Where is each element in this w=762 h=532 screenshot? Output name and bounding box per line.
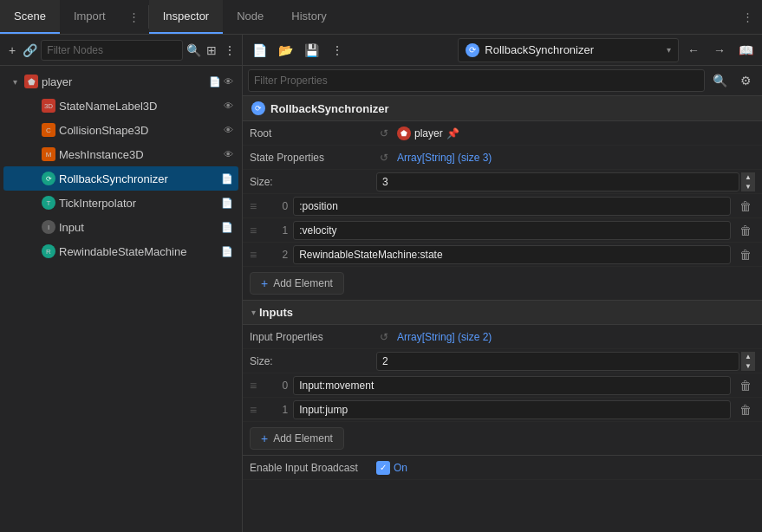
tab-history[interactable]: History: [277, 0, 340, 34]
tree-item-meshinstance3d[interactable]: M MeshInstance3D 👁: [3, 142, 238, 166]
player-eye-badge[interactable]: 👁: [224, 76, 233, 88]
input-delete-0[interactable]: 🗑: [736, 376, 755, 395]
state-properties-size-label: Size:: [250, 176, 371, 188]
root-value: ⬟ player 📌: [397, 127, 755, 140]
tree-item-tickinterpolator[interactable]: T TickInterpolator 📄: [3, 191, 238, 215]
root-label: Root: [250, 127, 371, 139]
root-prop-row: Root ↺ ⬟ player 📌: [243, 121, 762, 146]
statenamelabel3d-name: StateNameLabel3D: [59, 100, 220, 113]
tab-scene[interactable]: Scene: [0, 0, 60, 34]
input-properties-row: Input Properties ↺ Array[String] (size 2…: [243, 325, 762, 349]
tree-item-input[interactable]: I Input 📄: [3, 215, 238, 239]
input-icon: I: [42, 220, 55, 234]
enable-input-broadcast-checkbox[interactable]: ✓: [376, 461, 390, 475]
root-player-icon: ⬟: [397, 127, 411, 140]
state-value-2[interactable]: [293, 245, 731, 264]
filter-nodes-input[interactable]: [41, 40, 183, 61]
state-add-element-label: Add Element: [273, 277, 333, 289]
state-size-input[interactable]: 3: [376, 172, 739, 191]
tickinterpolator-script-badge: 📄: [221, 198, 233, 209]
nav-forward-button[interactable]: →: [708, 39, 731, 62]
tickinterpolator-name: TickInterpolator: [59, 197, 218, 210]
input-properties-reset[interactable]: ↺: [376, 329, 392, 345]
tab-import[interactable]: Import: [60, 0, 120, 34]
nav-back-button[interactable]: ←: [682, 39, 705, 62]
state-handle-0[interactable]: ≡: [250, 199, 257, 213]
state-item-0: ≡ 0 🗑: [243, 194, 762, 218]
input-delete-1[interactable]: 🗑: [736, 400, 755, 419]
filter-properties-input[interactable]: [248, 69, 705, 92]
tab-inspector[interactable]: Inspector: [149, 0, 223, 34]
state-properties-reset[interactable]: ↺: [376, 150, 392, 165]
filter-properties-search[interactable]: 🔍: [708, 69, 731, 92]
right-panel-menu[interactable]: ⋮: [733, 0, 762, 34]
scene-panel: + 🔗 🔍 ⊞ ⋮ ▾ ⬟ player 📄 👁 3D: [0, 35, 243, 532]
expand-player[interactable]: ▾: [9, 75, 21, 88]
filter-properties-options[interactable]: ⚙: [734, 69, 757, 92]
search-button[interactable]: 🔍: [186, 39, 201, 62]
scene-dots-button[interactable]: ⋮: [223, 39, 237, 62]
inspector-book-button[interactable]: 📖: [734, 39, 757, 62]
meshinstance3d-eye[interactable]: 👁: [224, 149, 233, 159]
left-panel-menu[interactable]: ⋮: [120, 0, 148, 34]
state-handle-2[interactable]: ≡: [250, 248, 257, 262]
state-delete-0[interactable]: 🗑: [736, 197, 755, 216]
state-value-1[interactable]: [293, 221, 731, 240]
input-add-element-button[interactable]: + Add Element: [250, 427, 344, 450]
input-size-down[interactable]: ▼: [741, 361, 755, 371]
rollback-selector[interactable]: ⟳ RollbackSynchronizer ▾: [458, 38, 679, 62]
rollbacksynchronizer-script-badge: 📄: [221, 173, 233, 185]
input-size-up[interactable]: ▲: [741, 352, 755, 361]
filter-properties-bar: 🔍 ⚙: [243, 66, 762, 96]
inspector-content: ⟳ RollbackSynchronizer Root ↺ ⬟ player 📌…: [243, 96, 762, 532]
state-properties-array-badge[interactable]: Array[String] (size 3): [397, 152, 492, 164]
player-node-icon: ⬟: [24, 75, 38, 88]
state-delete-1[interactable]: 🗑: [736, 221, 755, 240]
state-item-1: ≡ 1 🗑: [243, 218, 762, 243]
state-handle-1[interactable]: ≡: [250, 224, 257, 237]
expand-all-button[interactable]: ⊞: [205, 39, 218, 62]
tree-item-collisionshape3d[interactable]: C CollisionShape3D 👁: [3, 118, 238, 142]
inspector-save-button[interactable]: 💾: [300, 39, 322, 62]
add-node-button[interactable]: +: [5, 39, 19, 62]
inspector-folder-button[interactable]: 📂: [274, 39, 296, 62]
rewindablestatemachine-script-badge: 📄: [221, 246, 233, 257]
input-index-1: 1: [262, 404, 288, 416]
input-value-0[interactable]: [293, 376, 731, 395]
inputs-expand-icon: ▾: [251, 308, 256, 317]
expand-statenamelabel3d: [26, 100, 38, 112]
inspector-panel: 📄 📂 💾 ⋮ ⟳ RollbackSynchronizer ▾ ← → 📖 🔍…: [243, 35, 762, 532]
tree-item-rollbacksynchronizer[interactable]: ⟳ RollbackSynchronizer 📄: [3, 166, 238, 191]
tree-item-statenamelabel3d[interactable]: 3D StateNameLabel3D 👁: [3, 94, 238, 118]
input-properties-array-badge[interactable]: Array[String] (size 2): [397, 331, 492, 343]
statenamelabel3d-eye[interactable]: 👁: [224, 101, 233, 111]
enable-input-broadcast-on-label: On: [394, 462, 407, 474]
inspector-dots-button[interactable]: ⋮: [326, 39, 348, 62]
tree-item-rewindablestatemachine[interactable]: R RewindableStateMachine 📄: [3, 239, 238, 263]
input-handle-1[interactable]: ≡: [250, 403, 257, 417]
inputs-section-header[interactable]: ▾ Inputs: [243, 301, 762, 325]
tab-import-label: Import: [74, 10, 106, 23]
state-delete-2[interactable]: 🗑: [736, 245, 755, 264]
input-handle-0[interactable]: ≡: [250, 379, 257, 393]
rollback-section-icon: ⟳: [251, 101, 265, 115]
input-value-1[interactable]: [293, 400, 731, 419]
state-value-0[interactable]: [293, 197, 731, 216]
rollback-section-title: RollbackSynchronizer: [270, 102, 389, 115]
rollbacksynchronizer-icon: ⟳: [42, 172, 55, 185]
input-size-input[interactable]: 2: [376, 352, 739, 371]
collisionshape3d-eye[interactable]: 👁: [224, 125, 233, 135]
inspector-back-button[interactable]: 📄: [248, 39, 270, 62]
inspector-top-bar: 📄 📂 💾 ⋮ ⟳ RollbackSynchronizer ▾ ← → 📖: [243, 35, 762, 66]
root-reset[interactable]: ↺: [376, 126, 392, 141]
link-button[interactable]: 🔗: [23, 39, 37, 62]
state-size-down[interactable]: ▼: [741, 182, 755, 191]
state-size-container: 3 ▲ ▼: [376, 172, 755, 191]
tree-item-player[interactable]: ▾ ⬟ player 📄 👁: [3, 69, 238, 94]
tab-node[interactable]: Node: [223, 0, 277, 34]
input-properties-value: Array[String] (size 2): [397, 331, 755, 343]
statenamelabel3d-icon: 3D: [42, 99, 55, 113]
state-add-element-button[interactable]: + Add Element: [250, 272, 344, 295]
input-properties-label: Input Properties: [250, 331, 371, 343]
state-size-up[interactable]: ▲: [741, 172, 755, 182]
